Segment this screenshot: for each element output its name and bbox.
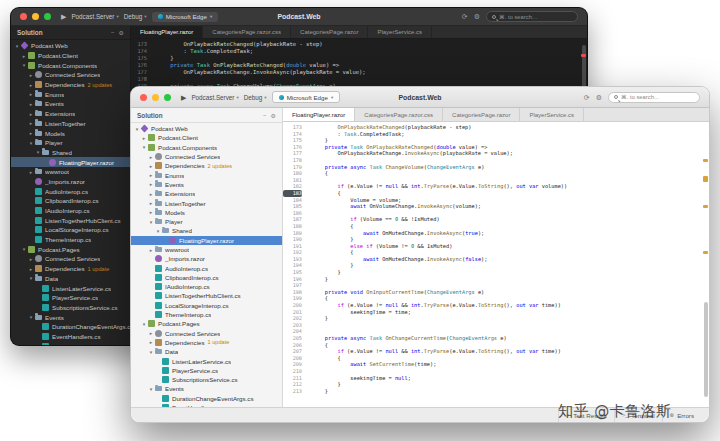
chevron-down-icon[interactable]: ▾ — [14, 43, 20, 49]
editor-tab-categoriespage-razor[interactable]: CategoriesPage.razor — [291, 26, 368, 38]
chevron-down-icon[interactable]: ▾ — [28, 140, 34, 146]
tree-item-wwwroot[interactable]: ▸wwwroot — [131, 245, 282, 254]
chevron-down-icon[interactable]: ▾ — [148, 349, 154, 355]
code-line[interactable]: if (e.Value != null && int.TryParse(e.Va… — [312, 348, 709, 355]
chevron-down-icon[interactable]: ▾ — [21, 62, 27, 68]
code-line[interactable]: private void OnInputCurrentTime(ChangeEv… — [312, 289, 709, 296]
tree-item-subscriptionsservice-cs[interactable]: SubscriptionsService.cs — [131, 375, 282, 384]
chevron-down-icon[interactable]: ▾ — [141, 144, 147, 150]
close-button[interactable] — [140, 94, 147, 101]
tree-item-models[interactable]: ▸Models — [131, 208, 282, 217]
tree-item-dependencies[interactable]: ▸Dependencies2 updates — [11, 80, 130, 90]
chevron-right-icon[interactable]: ▸ — [148, 181, 154, 187]
tree-item-events[interactable]: ▾Events — [11, 312, 130, 322]
tree-item-audiointerop-cs[interactable]: AudioInterop.cs — [131, 263, 282, 272]
tree-item-dependencies[interactable]: ▸Dependencies2 updates — [131, 161, 282, 170]
close-button[interactable] — [20, 13, 27, 20]
settings-gear-icon[interactable]: ⚙ — [596, 94, 602, 101]
code-line[interactable]: { — [312, 355, 709, 362]
tree-item-listentogether[interactable]: ▸ListenTogether — [131, 198, 282, 207]
editor-tab-categoriespage-razor[interactable]: CategoriesPage.razor — [443, 108, 520, 121]
code-content[interactable]: OnPlaybackRateChanged(playbackRate - ste… — [306, 122, 709, 408]
tree-item-localstorageinterop-cs[interactable]: LocalStorageInterop.cs — [11, 225, 130, 235]
minimize-button[interactable] — [32, 13, 39, 20]
tree-item-playerservice-cs[interactable]: PlayerService.cs — [131, 366, 282, 375]
editor-tab-categoriespage-razor-css[interactable]: CategoriesPage.razor.css — [203, 26, 291, 38]
tree-item-listenlaterservice-cs[interactable]: ListenLaterService.cs — [131, 356, 282, 365]
editor-scrollbar[interactable] — [702, 122, 709, 408]
run-configuration-dropdown[interactable]: Podcast.Server▾ — [71, 13, 118, 20]
tree-item-podcast-components[interactable]: ▾Podcast.Components — [131, 143, 282, 152]
code-line[interactable]: seekingTime = null; — [312, 375, 709, 382]
code-line[interactable]: } — [312, 388, 709, 395]
tree-item-clipboardinterop-cs[interactable]: ClipboardInterop.cs — [11, 196, 130, 206]
tree-item-imports-razor[interactable]: _Imports.razor — [131, 254, 282, 263]
tree-item-podcast-client[interactable]: ▸Podcast.Client — [131, 133, 282, 142]
code-line[interactable]: } — [312, 236, 709, 243]
tree-item-floatingplayer-razor[interactable]: FloatingPlayer.razor — [11, 157, 130, 167]
code-line[interactable] — [157, 76, 587, 83]
editor-tab-floatingplayer-razor[interactable]: FloatingPlayer.razor — [283, 108, 355, 121]
tree-item-extensions[interactable]: ▸Extensions — [11, 109, 130, 119]
tree-item-imports-razor[interactable]: _Imports.razor — [11, 177, 130, 187]
chevron-right-icon[interactable]: ▸ — [28, 169, 34, 175]
code-line[interactable]: } — [312, 269, 709, 276]
code-line[interactable]: OnPlaybackRateChange.InvokeAsync(playbac… — [157, 69, 587, 76]
code-line[interactable]: } — [312, 276, 709, 283]
code-line[interactable]: { — [312, 295, 709, 302]
code-line[interactable]: } — [312, 381, 709, 388]
code-line[interactable]: } — [157, 55, 587, 62]
pad-settings-gear-icon[interactable]: ⚙ — [271, 112, 276, 119]
code-line[interactable]: await OnMutedChange.InvokeAsync(false); — [312, 256, 709, 263]
tree-item-shared[interactable]: ▾Shared — [131, 226, 282, 235]
sync-icon[interactable]: ⟳ — [462, 13, 468, 20]
chevron-down-icon[interactable]: ▾ — [134, 126, 140, 132]
editor-tab-playerservice-cs[interactable]: PlayerService.cs — [368, 26, 432, 38]
sync-icon[interactable]: ⟳ — [584, 94, 590, 101]
chevron-right-icon[interactable]: ▸ — [148, 330, 154, 336]
code-line[interactable] — [312, 368, 709, 375]
tree-item-player[interactable]: ▾Player — [131, 217, 282, 226]
tree-item-clipboardinterop-cs[interactable]: ClipboardInterop.cs — [131, 273, 282, 282]
code-line[interactable]: : Task.CompletedTask; — [157, 48, 587, 55]
tree-item-events[interactable]: ▸Events — [11, 99, 130, 109]
code-line[interactable]: } — [312, 262, 709, 269]
chevron-right-icon[interactable]: ▸ — [148, 247, 154, 253]
code-line[interactable]: Volume = volume; — [312, 197, 709, 204]
code-line[interactable]: { — [312, 249, 709, 256]
tree-item-iaudiointerop-cs[interactable]: IAudioInterop.cs — [11, 206, 130, 216]
code-line[interactable]: OnPlaybackRateChanged(playbackRate - ste… — [312, 124, 709, 131]
code-line[interactable] — [312, 157, 709, 164]
tree-item-audiointerop-cs[interactable]: AudioInterop.cs — [11, 186, 130, 196]
tree-item-iaudiointerop-cs[interactable]: IAudioInterop.cs — [131, 282, 282, 291]
tree-item-listentogetherhubclient-cs[interactable]: ListenTogetherHubClient.cs — [11, 215, 130, 225]
code-line[interactable]: { — [312, 190, 709, 197]
tree-item-connected-services[interactable]: ▸Connected Services — [11, 70, 130, 80]
tree-item-eventhandlers-cs[interactable]: EventHandlers.cs — [11, 332, 130, 342]
tree-item-connected-services[interactable]: ▸Connected Services — [131, 152, 282, 161]
chevron-right-icon[interactable]: ▸ — [28, 256, 34, 262]
code-line[interactable]: : Task.CompletedTask; — [312, 131, 709, 138]
chevron-right-icon[interactable]: ▸ — [148, 163, 154, 169]
code-line[interactable]: private async Task OnChangeCurrentTime(C… — [312, 335, 709, 342]
chevron-right-icon[interactable]: ▸ — [28, 266, 34, 272]
chevron-right-icon[interactable]: ▸ — [28, 72, 34, 78]
tree-item-data[interactable]: ▾Data — [11, 274, 130, 284]
collapse-all-icon[interactable]: − — [111, 29, 115, 36]
tree-item-podcast-web[interactable]: ▾Podcast Web — [131, 124, 282, 133]
tree-item-subscriptionsservice-cs[interactable]: SubscriptionsService.cs — [11, 303, 130, 313]
code-line[interactable] — [312, 322, 709, 329]
code-line[interactable]: private Task OnPlaybackRateChanged(doubl… — [157, 62, 587, 69]
tree-item-podcast-pages[interactable]: ▾Podcast.Pages — [11, 244, 130, 254]
tree-item-connected-services[interactable]: ▸Connected Services — [131, 329, 282, 338]
tree-item-enums[interactable]: ▸Enums — [131, 170, 282, 179]
editor-tab-categoriespage-razor-css[interactable]: CategoriesPage.razor.css — [355, 108, 443, 121]
zoom-button[interactable] — [164, 94, 171, 101]
minimize-button[interactable] — [152, 94, 159, 101]
tree-item-listenlaterservice-cs[interactable]: ListenLaterService.cs — [11, 283, 130, 293]
tree-item-podcast-pages[interactable]: ▾Podcast.Pages — [131, 319, 282, 328]
pad-settings-gear-icon[interactable]: ⚙ — [119, 29, 124, 36]
code-line[interactable]: OnPlaybackRateChanged(playbackRate - ste… — [157, 41, 587, 48]
code-line[interactable]: { — [312, 223, 709, 230]
code-line[interactable] — [312, 282, 709, 289]
